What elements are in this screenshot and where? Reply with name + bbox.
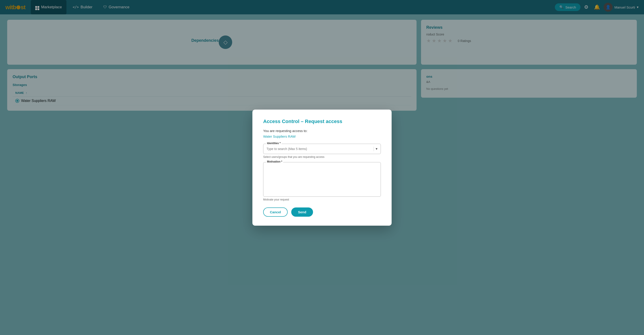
send-button[interactable]: Send	[291, 208, 313, 217]
identities-field: Identities * ▾ Select users/groups that …	[263, 144, 381, 158]
identities-input[interactable]	[266, 147, 372, 151]
motivation-field: Motivation * Motivate your request	[263, 162, 381, 201]
modal-resource-link[interactable]: Water Suppliers RAW	[263, 134, 381, 138]
modal-subtitle: You are requesting access to:	[263, 129, 381, 133]
access-control-modal: Access Control – Request access You are …	[252, 110, 392, 226]
motivation-label: Motivation *	[266, 160, 283, 163]
modal-title: Access Control – Request access	[263, 118, 381, 124]
modal-overlay[interactable]: Access Control – Request access You are …	[0, 0, 644, 335]
modal-actions: Cancel Send	[263, 208, 381, 217]
identities-dropdown-icon[interactable]: ▾	[376, 146, 378, 151]
motivation-box[interactable]: Motivation *	[263, 162, 381, 197]
identities-box[interactable]: Identities * ▾	[263, 144, 381, 154]
identities-hint: Select users/groups that you are request…	[263, 156, 381, 158]
cancel-button[interactable]: Cancel	[263, 208, 288, 217]
identities-label: Identities *	[266, 142, 282, 145]
motivation-textarea[interactable]	[266, 166, 378, 192]
motivation-hint: Motivate your request	[263, 198, 381, 201]
